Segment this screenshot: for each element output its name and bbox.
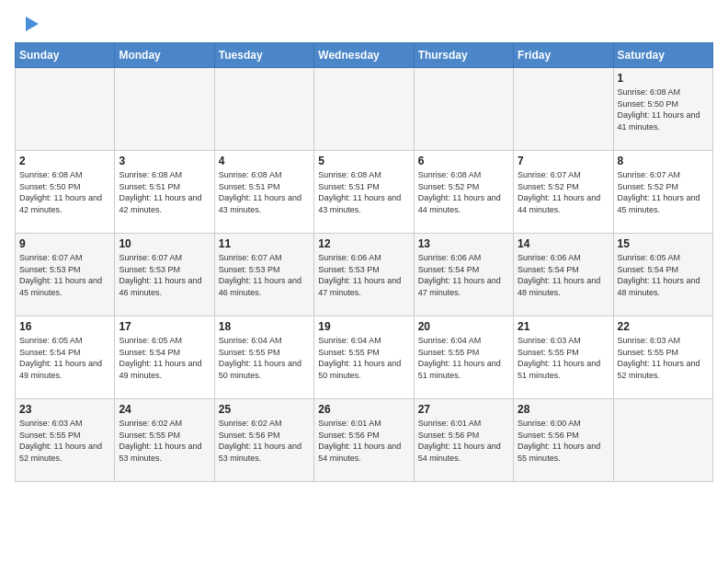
day-info: Sunrise: 6:08 AM Sunset: 5:51 PM Dayligh… <box>219 169 310 215</box>
day-number: 5 <box>318 155 409 167</box>
day-info: Sunrise: 6:04 AM Sunset: 5:55 PM Dayligh… <box>318 335 409 381</box>
day-info: Sunrise: 6:02 AM Sunset: 5:56 PM Dayligh… <box>219 418 310 464</box>
day-number: 23 <box>19 403 110 416</box>
calendar-day-cell: 26Sunrise: 6:01 AM Sunset: 5:56 PM Dayli… <box>314 399 414 482</box>
day-info: Sunrise: 6:04 AM Sunset: 5:55 PM Dayligh… <box>418 335 509 381</box>
calendar-week-row: 23Sunrise: 6:03 AM Sunset: 5:55 PM Dayli… <box>16 399 713 482</box>
day-info: Sunrise: 6:06 AM Sunset: 5:53 PM Dayligh… <box>318 252 409 298</box>
day-info: Sunrise: 6:01 AM Sunset: 5:56 PM Dayligh… <box>318 418 409 464</box>
calendar-day-cell: 10Sunrise: 6:07 AM Sunset: 5:53 PM Dayli… <box>115 234 214 316</box>
calendar-week-row: 2Sunrise: 6:08 AM Sunset: 5:50 PM Daylig… <box>16 151 713 234</box>
calendar-header: SundayMondayTuesdayWednesdayThursdayFrid… <box>16 43 713 68</box>
day-number: 22 <box>618 320 709 333</box>
logo <box>15 15 39 35</box>
day-number: 14 <box>518 237 609 250</box>
calendar-day-cell: 27Sunrise: 6:01 AM Sunset: 5:56 PM Dayli… <box>414 399 513 482</box>
day-number: 6 <box>418 155 509 167</box>
weekday-header: Wednesday <box>314 43 414 68</box>
calendar-week-row: 16Sunrise: 6:05 AM Sunset: 5:54 PM Dayli… <box>16 316 713 399</box>
calendar-day-cell: 13Sunrise: 6:06 AM Sunset: 5:54 PM Dayli… <box>414 234 513 316</box>
day-info: Sunrise: 6:03 AM Sunset: 5:55 PM Dayligh… <box>618 335 709 381</box>
weekday-header: Friday <box>514 43 613 68</box>
day-info: Sunrise: 6:03 AM Sunset: 5:55 PM Dayligh… <box>19 418 110 464</box>
weekday-header: Monday <box>115 43 214 68</box>
calendar-week-row: 1Sunrise: 6:08 AM Sunset: 5:50 PM Daylig… <box>16 68 713 151</box>
day-number: 1 <box>618 72 709 85</box>
calendar-day-cell: 15Sunrise: 6:05 AM Sunset: 5:54 PM Dayli… <box>613 234 712 316</box>
day-number: 16 <box>19 320 110 333</box>
day-info: Sunrise: 6:08 AM Sunset: 5:51 PM Dayligh… <box>318 169 409 215</box>
calendar-day-cell: 16Sunrise: 6:05 AM Sunset: 5:54 PM Dayli… <box>16 316 115 399</box>
day-info: Sunrise: 6:08 AM Sunset: 5:51 PM Dayligh… <box>119 169 210 215</box>
day-info: Sunrise: 6:00 AM Sunset: 5:56 PM Dayligh… <box>518 418 609 464</box>
day-number: 13 <box>418 237 509 250</box>
day-info: Sunrise: 6:08 AM Sunset: 5:50 PM Dayligh… <box>19 169 110 215</box>
page-header <box>15 15 713 35</box>
day-number: 21 <box>518 320 609 333</box>
calendar-week-row: 9Sunrise: 6:07 AM Sunset: 5:53 PM Daylig… <box>16 234 713 316</box>
calendar-table: SundayMondayTuesdayWednesdayThursdayFrid… <box>15 42 713 482</box>
calendar-day-cell: 7Sunrise: 6:07 AM Sunset: 5:52 PM Daylig… <box>514 151 613 234</box>
calendar-day-cell: 12Sunrise: 6:06 AM Sunset: 5:53 PM Dayli… <box>314 234 414 316</box>
calendar-day-cell: 8Sunrise: 6:07 AM Sunset: 5:52 PM Daylig… <box>613 151 712 234</box>
day-number: 19 <box>318 320 409 333</box>
calendar-day-cell: 6Sunrise: 6:08 AM Sunset: 5:52 PM Daylig… <box>414 151 513 234</box>
calendar-day-cell: 22Sunrise: 6:03 AM Sunset: 5:55 PM Dayli… <box>613 316 712 399</box>
calendar-day-cell: 23Sunrise: 6:03 AM Sunset: 5:55 PM Dayli… <box>16 399 115 482</box>
day-number: 9 <box>19 237 110 250</box>
day-info: Sunrise: 6:01 AM Sunset: 5:56 PM Dayligh… <box>418 418 509 464</box>
calendar-day-cell <box>514 68 613 151</box>
calendar-day-cell: 25Sunrise: 6:02 AM Sunset: 5:56 PM Dayli… <box>214 399 313 482</box>
calendar-day-cell <box>16 68 115 151</box>
calendar-day-cell: 5Sunrise: 6:08 AM Sunset: 5:51 PM Daylig… <box>314 151 414 234</box>
day-info: Sunrise: 6:07 AM Sunset: 5:53 PM Dayligh… <box>119 252 210 298</box>
calendar-day-cell <box>414 68 513 151</box>
day-info: Sunrise: 6:06 AM Sunset: 5:54 PM Dayligh… <box>518 252 609 298</box>
day-info: Sunrise: 6:07 AM Sunset: 5:53 PM Dayligh… <box>19 252 110 298</box>
day-number: 4 <box>219 155 310 167</box>
calendar-day-cell <box>314 68 414 151</box>
day-info: Sunrise: 6:05 AM Sunset: 5:54 PM Dayligh… <box>618 252 709 298</box>
day-number: 17 <box>119 320 210 333</box>
header-row: SundayMondayTuesdayWednesdayThursdayFrid… <box>16 43 713 68</box>
day-number: 7 <box>518 155 609 167</box>
day-number: 24 <box>119 403 210 416</box>
calendar-day-cell <box>115 68 214 151</box>
logo-icon <box>18 15 39 35</box>
day-info: Sunrise: 6:04 AM Sunset: 5:55 PM Dayligh… <box>219 335 310 381</box>
calendar-day-cell: 11Sunrise: 6:07 AM Sunset: 5:53 PM Dayli… <box>214 234 313 316</box>
calendar-day-cell: 21Sunrise: 6:03 AM Sunset: 5:55 PM Dayli… <box>514 316 613 399</box>
day-number: 20 <box>418 320 509 333</box>
day-number: 8 <box>618 155 709 167</box>
day-number: 3 <box>119 155 210 167</box>
day-info: Sunrise: 6:08 AM Sunset: 5:50 PM Dayligh… <box>618 86 709 132</box>
calendar-day-cell: 9Sunrise: 6:07 AM Sunset: 5:53 PM Daylig… <box>16 234 115 316</box>
day-number: 15 <box>618 237 709 250</box>
day-info: Sunrise: 6:02 AM Sunset: 5:55 PM Dayligh… <box>119 418 210 464</box>
day-number: 2 <box>19 155 110 167</box>
weekday-header: Tuesday <box>214 43 313 68</box>
day-info: Sunrise: 6:08 AM Sunset: 5:52 PM Dayligh… <box>418 169 509 215</box>
calendar-day-cell <box>214 68 313 151</box>
day-number: 27 <box>418 403 509 416</box>
day-number: 12 <box>318 237 409 250</box>
calendar-day-cell: 1Sunrise: 6:08 AM Sunset: 5:50 PM Daylig… <box>613 68 712 151</box>
day-number: 25 <box>219 403 310 416</box>
weekday-header: Sunday <box>16 43 115 68</box>
day-info: Sunrise: 6:05 AM Sunset: 5:54 PM Dayligh… <box>19 335 110 381</box>
day-number: 18 <box>219 320 310 333</box>
calendar-day-cell <box>613 399 712 482</box>
day-number: 28 <box>518 403 609 416</box>
calendar-day-cell: 14Sunrise: 6:06 AM Sunset: 5:54 PM Dayli… <box>514 234 613 316</box>
calendar-day-cell: 17Sunrise: 6:05 AM Sunset: 5:54 PM Dayli… <box>115 316 214 399</box>
calendar-day-cell: 4Sunrise: 6:08 AM Sunset: 5:51 PM Daylig… <box>214 151 313 234</box>
day-info: Sunrise: 6:06 AM Sunset: 5:54 PM Dayligh… <box>418 252 509 298</box>
day-number: 26 <box>318 403 409 416</box>
svg-marker-0 <box>26 17 39 31</box>
day-info: Sunrise: 6:07 AM Sunset: 5:52 PM Dayligh… <box>518 169 609 215</box>
calendar-day-cell: 28Sunrise: 6:00 AM Sunset: 5:56 PM Dayli… <box>514 399 613 482</box>
calendar-body: 1Sunrise: 6:08 AM Sunset: 5:50 PM Daylig… <box>16 68 713 482</box>
day-info: Sunrise: 6:03 AM Sunset: 5:55 PM Dayligh… <box>518 335 609 381</box>
day-info: Sunrise: 6:05 AM Sunset: 5:54 PM Dayligh… <box>119 335 210 381</box>
calendar-day-cell: 18Sunrise: 6:04 AM Sunset: 5:55 PM Dayli… <box>214 316 313 399</box>
